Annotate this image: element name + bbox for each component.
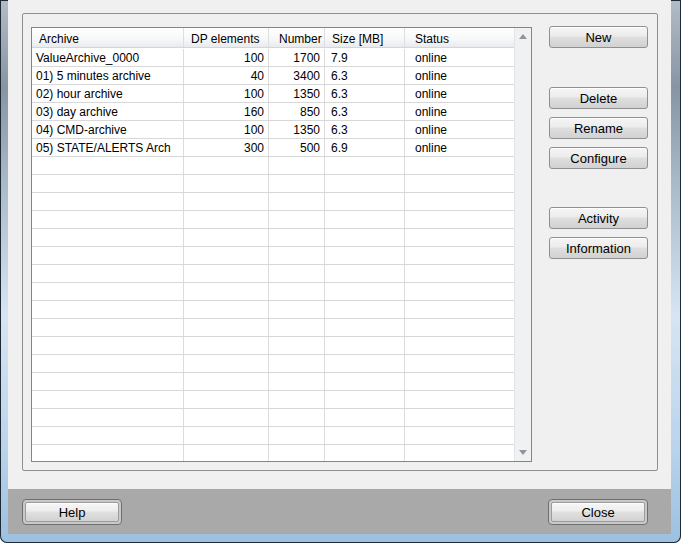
table-body: ValueArchive_000010017007.9online01) 5 m… <box>32 49 514 461</box>
cell-status <box>405 373 514 390</box>
configure-button[interactable]: Configure <box>549 147 648 169</box>
cell-dp-elements: 160 <box>184 103 269 120</box>
cell-dp-elements <box>184 391 269 408</box>
cell-number: 1700 <box>269 49 325 66</box>
cell-number: 500 <box>269 139 325 156</box>
cell-archive <box>32 427 184 444</box>
cell-dp-elements <box>184 265 269 282</box>
table-row-empty[interactable] <box>32 391 514 409</box>
table-row[interactable]: 02) hour archive10013506.3online <box>32 85 514 103</box>
cell-number <box>269 391 325 408</box>
scroll-up-button[interactable] <box>515 28 531 45</box>
cell-status <box>405 409 514 426</box>
cell-archive <box>32 193 184 210</box>
cell-archive <box>32 409 184 426</box>
cell-status <box>405 355 514 372</box>
cell-number <box>269 301 325 318</box>
cell-status <box>405 391 514 408</box>
table-row-empty[interactable] <box>32 175 514 193</box>
cell-status <box>405 229 514 246</box>
table-row[interactable]: 04) CMD-archive10013506.3online <box>32 121 514 139</box>
cell-size <box>325 391 405 408</box>
dialog-content: ArchiveDP elementsNumberSize [MB]Status … <box>8 0 671 534</box>
cell-archive <box>32 355 184 372</box>
cell-number <box>269 409 325 426</box>
vertical-scrollbar[interactable] <box>514 28 531 461</box>
new-button[interactable]: New <box>549 26 648 48</box>
column-header-size[interactable]: Size [MB] <box>325 28 405 47</box>
archives-dialog-window: ArchiveDP elementsNumberSize [MB]Status … <box>0 0 681 543</box>
close-button-frame: Close <box>548 499 648 525</box>
rename-button[interactable]: Rename <box>549 117 648 139</box>
cell-number <box>269 337 325 354</box>
cell-archive <box>32 301 184 318</box>
help-button-frame: Help <box>22 499 122 525</box>
cell-size <box>325 247 405 264</box>
close-button[interactable]: Close <box>551 502 645 522</box>
cell-archive: 04) CMD-archive <box>32 121 184 138</box>
cell-status <box>405 283 514 300</box>
cell-dp-elements <box>184 211 269 228</box>
cell-dp-elements: 100 <box>184 121 269 138</box>
table-row-empty[interactable] <box>32 247 514 265</box>
table-row-empty[interactable] <box>32 409 514 427</box>
table-row-empty[interactable] <box>32 445 514 462</box>
cell-number: 3400 <box>269 67 325 84</box>
cell-archive <box>32 283 184 300</box>
table-row-empty[interactable] <box>32 319 514 337</box>
delete-button[interactable]: Delete <box>549 87 648 109</box>
help-button[interactable]: Help <box>25 502 119 522</box>
cell-number <box>269 445 325 462</box>
table-row[interactable]: 05) STATE/ALERTS Arch3005006.9online <box>32 139 514 157</box>
cell-archive <box>32 445 184 462</box>
table-row[interactable]: 03) day archive1608506.3online <box>32 103 514 121</box>
table-row[interactable]: 01) 5 minutes archive4034006.3online <box>32 67 514 85</box>
cell-status <box>405 247 514 264</box>
table-row-empty[interactable] <box>32 283 514 301</box>
table-row-empty[interactable] <box>32 265 514 283</box>
cell-dp-elements <box>184 229 269 246</box>
cell-dp-elements: 40 <box>184 67 269 84</box>
column-header-dp-elements[interactable]: DP elements <box>184 28 269 47</box>
column-header-archive[interactable]: Archive <box>32 28 184 47</box>
cell-size <box>325 157 405 174</box>
table-row-empty[interactable] <box>32 193 514 211</box>
column-header-status[interactable]: Status <box>405 28 531 47</box>
activity-button[interactable]: Activity <box>549 207 648 229</box>
cell-size: 6.3 <box>325 121 405 138</box>
cell-archive: 03) day archive <box>32 103 184 120</box>
cell-status <box>405 319 514 336</box>
table-row-empty[interactable] <box>32 355 514 373</box>
cell-archive: 02) hour archive <box>32 85 184 102</box>
cell-size <box>325 427 405 444</box>
cell-dp-elements <box>184 409 269 426</box>
column-header-number[interactable]: Number <box>269 28 325 47</box>
table-row-empty[interactable] <box>32 301 514 319</box>
cell-archive <box>32 175 184 192</box>
cell-size <box>325 445 405 462</box>
cell-number <box>269 265 325 282</box>
table-row-empty[interactable] <box>32 373 514 391</box>
cell-size: 6.3 <box>325 67 405 84</box>
cell-dp-elements <box>184 337 269 354</box>
bottom-button-band: Help Close <box>8 489 671 534</box>
table-row-empty[interactable] <box>32 427 514 445</box>
archives-table: ArchiveDP elementsNumberSize [MB]Status … <box>31 27 532 462</box>
cell-dp-elements <box>184 283 269 300</box>
cell-archive <box>32 157 184 174</box>
cell-status <box>405 193 514 210</box>
information-button[interactable]: Information <box>549 237 648 259</box>
cell-number <box>269 319 325 336</box>
table-row-empty[interactable] <box>32 211 514 229</box>
table-row[interactable]: ValueArchive_000010017007.9online <box>32 49 514 67</box>
cell-status: online <box>405 85 514 102</box>
table-row-empty[interactable] <box>32 229 514 247</box>
cell-size <box>325 175 405 192</box>
scroll-down-button[interactable] <box>515 444 531 461</box>
cell-status: online <box>405 49 514 66</box>
cell-number <box>269 283 325 300</box>
table-row-empty[interactable] <box>32 337 514 355</box>
cell-number: 1350 <box>269 121 325 138</box>
cell-size: 6.3 <box>325 103 405 120</box>
table-row-empty[interactable] <box>32 157 514 175</box>
